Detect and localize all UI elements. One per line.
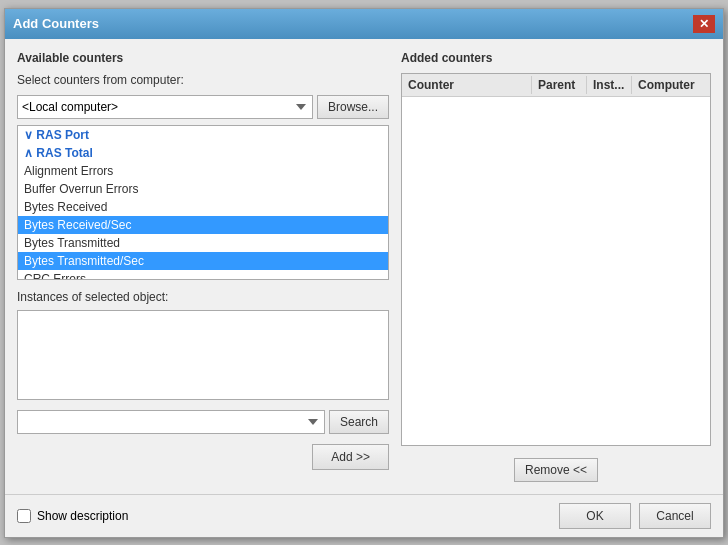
counter-item-ras-port[interactable]: ∨ RAS Port	[18, 126, 388, 144]
col-header-counter: Counter	[402, 76, 532, 94]
search-row: Search	[17, 410, 389, 434]
added-counters-table: Counter Parent Inst... Computer	[401, 73, 711, 446]
right-panel: Added counters Counter Parent Inst... Co…	[401, 51, 711, 482]
dialog-title: Add Counters	[13, 16, 99, 31]
show-description-label[interactable]: Show description	[17, 509, 128, 523]
close-button[interactable]: ✕	[693, 15, 715, 33]
instances-label: Instances of selected object:	[17, 290, 389, 304]
col-header-parent: Parent	[532, 76, 587, 94]
add-counters-dialog: Add Counters ✕ Available counters Select…	[4, 8, 724, 538]
ok-button[interactable]: OK	[559, 503, 631, 529]
dialog-footer: Show description OK Cancel	[5, 494, 723, 537]
counter-item-bytes-received[interactable]: Bytes Received	[18, 198, 388, 216]
added-counters-label: Added counters	[401, 51, 711, 65]
counter-item-bytes-transmitted-sec[interactable]: Bytes Transmitted/Sec	[18, 252, 388, 270]
counters-list[interactable]: ∨ RAS Port∧ RAS TotalAlignment ErrorsBuf…	[17, 125, 389, 280]
counter-item-buffer-overrun-errors[interactable]: Buffer Overrun Errors	[18, 180, 388, 198]
title-bar: Add Counters ✕	[5, 9, 723, 39]
counter-item-crc-errors[interactable]: CRC Errors	[18, 270, 388, 280]
counter-item-alignment-errors[interactable]: Alignment Errors	[18, 162, 388, 180]
search-select[interactable]	[17, 410, 325, 434]
show-description-text: Show description	[37, 509, 128, 523]
remove-button[interactable]: Remove <<	[514, 458, 598, 482]
counter-item-bytes-transmitted[interactable]: Bytes Transmitted	[18, 234, 388, 252]
counter-item-ras-total[interactable]: ∧ RAS Total	[18, 144, 388, 162]
add-row: Add >>	[17, 444, 389, 470]
col-header-computer: Computer	[632, 76, 710, 94]
dialog-body: Available counters Select counters from …	[5, 39, 723, 494]
computer-row: <Local computer> Browse...	[17, 95, 389, 119]
add-button[interactable]: Add >>	[312, 444, 389, 470]
col-header-inst: Inst...	[587, 76, 632, 94]
remove-row: Remove <<	[401, 458, 711, 482]
table-header: Counter Parent Inst... Computer	[402, 74, 710, 97]
computer-select[interactable]: <Local computer>	[17, 95, 313, 119]
select-from-computer-label: Select counters from computer:	[17, 73, 389, 87]
counter-item-bytes-received-sec[interactable]: Bytes Received/Sec	[18, 216, 388, 234]
cancel-button[interactable]: Cancel	[639, 503, 711, 529]
footer-buttons: OK Cancel	[559, 503, 711, 529]
show-description-checkbox[interactable]	[17, 509, 31, 523]
available-counters-label: Available counters	[17, 51, 389, 65]
browse-button[interactable]: Browse...	[317, 95, 389, 119]
left-panel: Available counters Select counters from …	[17, 51, 389, 482]
search-button[interactable]: Search	[329, 410, 389, 434]
instances-box[interactable]	[17, 310, 389, 400]
